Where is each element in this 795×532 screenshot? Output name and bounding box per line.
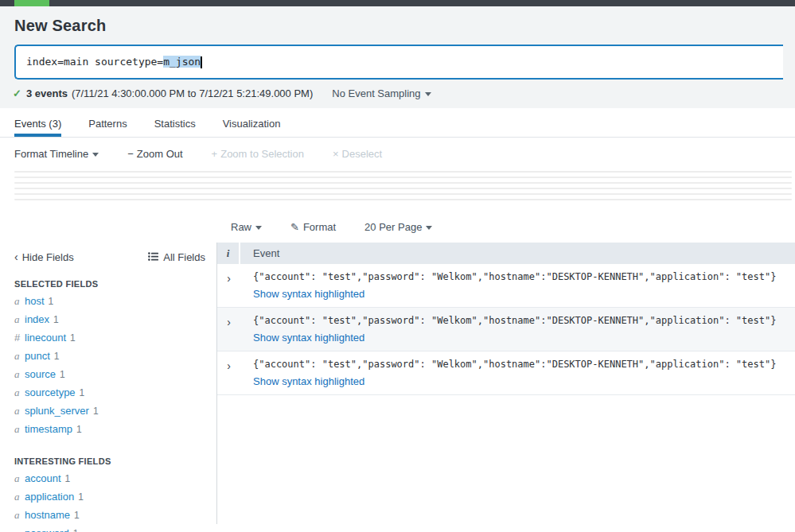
format-label: Format (303, 221, 336, 233)
field-item-splunk-server: asplunk_server1 (14, 405, 205, 417)
all-fields-label: All Fields (163, 251, 205, 263)
event-raw-json: {"account": "test","password": "Welkom",… (253, 359, 795, 370)
field-link-source[interactable]: source (25, 368, 56, 380)
event-count: 3 events (26, 87, 68, 99)
field-count: 1 (78, 491, 84, 503)
show-syntax-link[interactable]: Show syntax highlighted (253, 332, 364, 344)
event-row: › {"account": "test","password": "Welkom… (217, 351, 795, 395)
timeline-gridline (14, 177, 792, 178)
field-link-index[interactable]: index (25, 313, 49, 325)
zoom-to-selection-label: Zoom to Selection (220, 148, 304, 160)
field-count: 1 (70, 332, 76, 344)
event-raw-json: {"account": "test","password": "Welkom",… (253, 315, 795, 326)
field-link-linecount[interactable]: linecount (25, 332, 66, 344)
caret-down-icon (425, 92, 431, 96)
time-range: (7/11/21 4:30:00.000 PM to 7/12/21 5:21:… (72, 87, 313, 99)
field-link-password[interactable]: password (25, 527, 69, 532)
pencil-icon: ✎ (290, 221, 299, 233)
hide-fields-label: Hide Fields (22, 251, 74, 263)
field-count: 1 (80, 387, 85, 398)
field-link-sourcetype[interactable]: sourcetype (25, 386, 76, 398)
close-icon: × (333, 148, 339, 160)
search-query-selection: m_json (163, 56, 201, 68)
info-column-header: i (217, 243, 240, 264)
events-table-header: i Event (217, 243, 795, 264)
expand-event-icon[interactable]: › (227, 316, 231, 344)
field-item-index: aindex1 (14, 313, 205, 326)
search-query-text: index=main sourcetype=m_json (26, 56, 202, 68)
tab-events[interactable]: Events (3) (14, 108, 61, 137)
field-count: 1 (93, 406, 99, 417)
event-row: › {"account": "test","password": "Welkom… (217, 308, 795, 351)
field-link-splunk-server[interactable]: splunk_server (25, 405, 89, 417)
field-type-icon: a (14, 295, 25, 307)
raw-display-dropdown[interactable]: Raw (231, 221, 262, 233)
field-type-icon: a (14, 527, 25, 532)
field-type-icon: # (14, 332, 25, 344)
timeline-gridline (14, 182, 792, 184)
field-type-icon: a (14, 350, 25, 362)
tab-visualization[interactable]: Visualization (223, 108, 281, 137)
field-link-hostname[interactable]: hostname (25, 509, 70, 521)
field-link-application[interactable]: application (25, 491, 74, 503)
event-timeline[interactable] (0, 169, 795, 204)
timeline-gridline (14, 199, 792, 200)
field-link-account[interactable]: account (25, 472, 61, 484)
deselect-label: Deselect (342, 148, 383, 160)
per-page-dropdown[interactable]: 20 Per Page (364, 221, 432, 233)
hide-fields-button[interactable]: ‹ Hide Fields (14, 250, 74, 263)
field-count: 1 (73, 528, 79, 532)
search-input[interactable]: index=main sourcetype=m_json (14, 45, 783, 80)
event-sampling-dropdown[interactable]: No Event Sampling (332, 87, 431, 99)
all-fields-button[interactable]: All Fields (148, 251, 205, 263)
field-type-icon: a (14, 509, 25, 521)
field-link-host[interactable]: host (25, 295, 45, 307)
caret-down-icon (255, 226, 262, 230)
field-link-punct[interactable]: punct (25, 350, 50, 362)
format-timeline-label: Format Timeline (14, 148, 88, 160)
field-type-icon: a (14, 472, 25, 484)
expand-event-icon[interactable]: › (227, 359, 231, 388)
timeline-controls: Format Timeline −Zoom Out +Zoom to Selec… (0, 138, 795, 169)
field-item-hostname: ahostname1 (14, 509, 205, 522)
raw-label: Raw (231, 221, 251, 233)
field-type-icon: a (14, 368, 25, 380)
results-toolbar: Raw ✎Format 20 Per Page (231, 219, 795, 235)
field-type-icon: a (14, 386, 25, 398)
timeline-gridline (14, 188, 792, 189)
field-item-application: aapplication1 (14, 491, 205, 503)
event-raw-json: {"account": "test","password": "Welkom",… (253, 271, 795, 282)
field-type-icon: a (14, 405, 25, 417)
field-type-icon: a (14, 313, 25, 325)
field-count: 1 (65, 473, 71, 484)
event-sampling-label: No Event Sampling (332, 87, 420, 99)
app-top-bar (0, 0, 795, 6)
field-item-linecount: #linecount1 (14, 332, 205, 344)
field-link-timestamp[interactable]: timestamp (25, 423, 72, 435)
field-item-source: asource1 (14, 368, 205, 381)
results-tabs: Events (3) Patterns Statistics Visualiza… (0, 108, 795, 138)
field-item-host: ahost1 (14, 295, 205, 308)
timeline-gridline (14, 171, 792, 173)
format-results-button[interactable]: ✎Format (290, 221, 336, 233)
caret-down-icon (92, 153, 99, 157)
event-column-header: Event (240, 243, 795, 264)
text-cursor (201, 56, 202, 68)
field-count: 1 (76, 424, 82, 435)
show-syntax-link[interactable]: Show syntax highlighted (253, 375, 364, 387)
fields-sidebar: ‹ Hide Fields All Fields SELECTED FIELDS… (0, 243, 217, 524)
list-icon (148, 251, 158, 263)
field-type-icon: a (14, 491, 25, 503)
format-timeline-dropdown[interactable]: Format Timeline (14, 148, 99, 160)
zoom-out-button[interactable]: −Zoom Out (127, 148, 182, 160)
tab-statistics[interactable]: Statistics (154, 108, 196, 137)
field-item-sourcetype: asourcetype1 (14, 386, 205, 399)
tab-patterns[interactable]: Patterns (88, 108, 127, 137)
app-accent-bar (14, 0, 49, 6)
field-item-timestamp: atimestamp1 (14, 423, 205, 436)
show-syntax-link[interactable]: Show syntax highlighted (253, 288, 364, 300)
minus-icon: − (127, 148, 134, 160)
field-count: 1 (60, 369, 65, 380)
expand-event-icon[interactable]: › (227, 272, 231, 301)
field-item-punct: apunct1 (14, 350, 205, 363)
